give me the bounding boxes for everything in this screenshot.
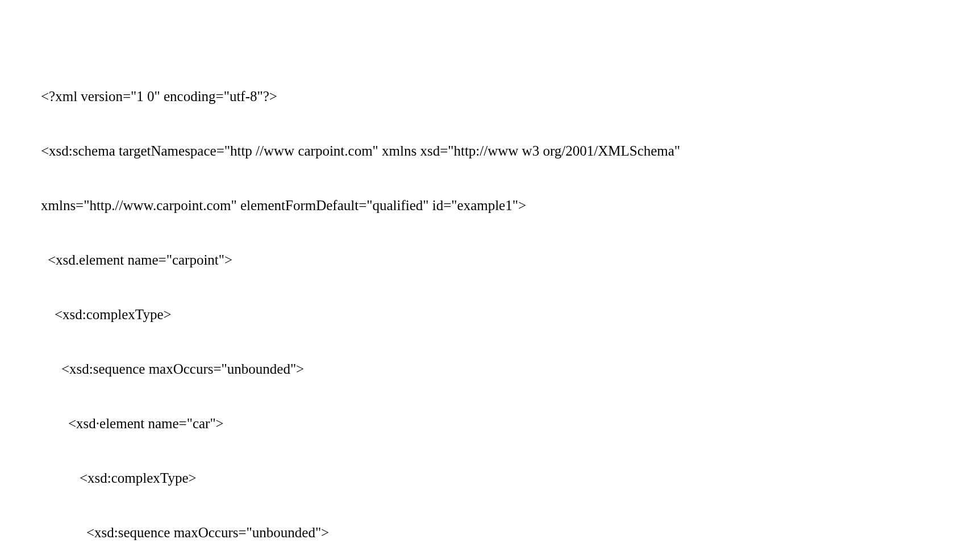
- code-line: <xsd.element name="carpoint">: [41, 251, 954, 269]
- code-line: <?xml version="1 0" encoding="utf-8"?>: [41, 87, 954, 106]
- code-line: <xsd:complexType>: [41, 469, 954, 487]
- code-line: <xsd:sequence maxOccurs="unbounded">: [41, 524, 954, 542]
- code-line: xmlns="http.//www.carpoint.com" elementF…: [41, 197, 954, 215]
- code-line: <xsd·element name="car">: [41, 415, 954, 433]
- code-line: <xsd:complexType>: [41, 306, 954, 324]
- xml-schema-code-block: <?xml version="1 0" encoding="utf-8"?> <…: [41, 51, 954, 560]
- code-line: <xsd:sequence maxOccurs="unbounded">: [41, 360, 954, 378]
- code-line: <xsd:schema targetNamespace="http //www …: [41, 142, 954, 160]
